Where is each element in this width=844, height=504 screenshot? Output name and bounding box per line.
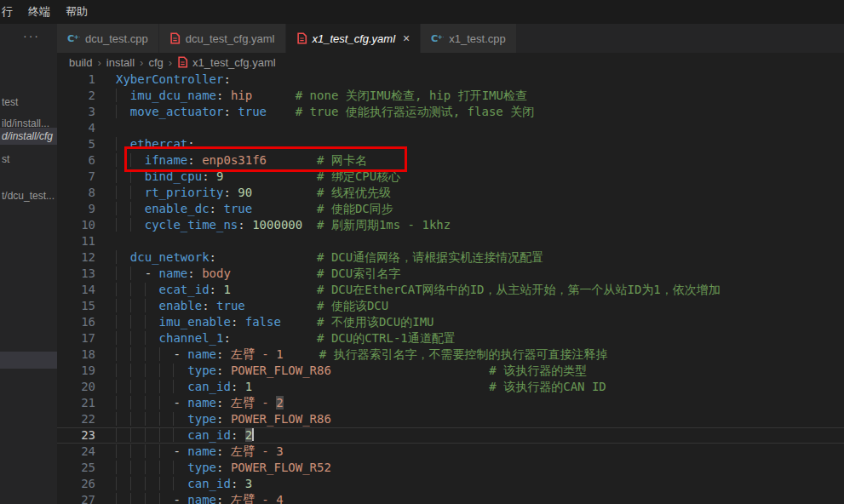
code-line[interactable]: 6 ifname: enp0s31f6 # 网卡名 — [57, 152, 844, 169]
sidebar: ··· testild/install...d/install/cfgstt/d… — [0, 24, 57, 504]
code-line[interactable]: 7 bind_cpu: 9 # 绑定CPU核心 — [57, 169, 844, 185]
indent-guide — [159, 444, 174, 458]
code-line[interactable]: 18 - name: 左臂 - 1 # 执行器索引名字，不需要控制的执行器可直接… — [57, 346, 844, 363]
more-actions-icon[interactable]: ··· — [23, 29, 40, 43]
line-number: 25 — [57, 460, 95, 476]
indent-guide — [130, 202, 145, 215]
yaml-file-icon — [169, 32, 181, 44]
text-cursor — [252, 428, 254, 441]
code-line[interactable]: 1XyberController: — [57, 72, 844, 88]
indent-guide — [145, 412, 159, 426]
menu-item[interactable]: 行 — [0, 4, 20, 20]
tab-dcu_test_cfg.yaml[interactable]: dcu_test_cfg.yaml — [159, 24, 286, 53]
line-number: 2 — [57, 88, 95, 104]
line-number: 27 — [57, 492, 95, 504]
sidebar-row[interactable]: st — [0, 151, 57, 168]
code-line[interactable]: 27 - name: 左臂 - 4 — [57, 492, 844, 504]
yaml-file-icon — [177, 56, 188, 68]
indent-guide — [145, 380, 159, 393]
code-line[interactable]: 3 move_actuator: true # true 使能执行器运动测试, … — [57, 104, 844, 120]
indent-guide — [130, 299, 145, 312]
code-line[interactable]: 19 type: POWER_FLOW_R86 # 该执行器的类型 — [57, 363, 844, 379]
line-number: 23 — [57, 427, 95, 444]
menu-item[interactable]: 终端 — [20, 4, 58, 20]
tab-dcu_test.cpp[interactable]: C++dcu_test.cpp — [57, 24, 159, 53]
indent-guide — [116, 283, 130, 296]
indent-guide — [130, 283, 145, 296]
breadcrumb-item[interactable]: cfg — [148, 56, 163, 69]
line-number: 3 — [57, 104, 95, 120]
indent-guide — [159, 428, 174, 442]
code-line[interactable]: 4 — [57, 120, 844, 136]
code-line[interactable]: 24 - name: 左臂 - 3 — [57, 444, 844, 460]
code-line[interactable]: 11 — [57, 233, 844, 249]
code-line[interactable]: 15 enable: true # 使能该DCU — [57, 298, 844, 314]
code-line[interactable]: 9 enable_dc: true # 使能DC同步 — [57, 201, 844, 217]
code-line[interactable]: 16 imu_enable: false # 不使用该DCU的IMU — [57, 314, 844, 330]
indent-guide — [130, 169, 145, 183]
code-line[interactable]: 17 channel_1: # DCU的CTRL-1通道配置 — [57, 330, 844, 346]
tab-x1_test_cfg.yaml[interactable]: x1_test_cfg.yaml× — [286, 24, 422, 53]
indent-guide — [116, 202, 130, 215]
indent-guide — [116, 153, 130, 167]
indent-guide — [116, 380, 130, 393]
code-line[interactable]: 21 - name: 左臂 - 2 — [57, 395, 844, 411]
code-line[interactable]: 26 can_id: 3 — [57, 476, 844, 492]
indent-guide — [145, 283, 159, 296]
code-line[interactable]: 23 can_id: 2 — [57, 427, 844, 444]
tab-x1_test.cpp[interactable]: C++x1_test.cpp — [421, 24, 517, 53]
indent-guide — [145, 444, 159, 458]
tab-label: x1_test_cfg.yaml — [313, 32, 396, 45]
code-line[interactable]: 20 can_id: 1 # 该执行器的CAN ID — [57, 379, 844, 395]
indent-guide — [130, 477, 145, 490]
indent-guide — [130, 347, 145, 361]
indent-guide — [130, 218, 145, 232]
code-line[interactable]: 8 rt_priority: 90 # 线程优先级 — [57, 185, 844, 201]
indent-guide — [159, 380, 174, 393]
code-line[interactable]: 25 type: POWER_FLOW_R52 — [57, 460, 844, 476]
sidebar-row[interactable]: d/install/cfg — [0, 128, 57, 145]
indent-guide — [145, 428, 159, 442]
breadcrumb-item[interactable]: install — [106, 56, 135, 69]
menu-item[interactable]: 帮助 — [58, 4, 95, 20]
indent-guide — [116, 218, 130, 232]
code-line[interactable]: 10 cycle_time_ns: 1000000 # 刷新周期1ms - 1k… — [57, 217, 844, 233]
yaml-file-icon — [296, 32, 307, 44]
editor-code-area[interactable]: 1XyberController:2 imu_dcu_name: hip # n… — [57, 72, 844, 504]
tab-label: x1_test.cpp — [449, 32, 506, 45]
line-number: 16 — [57, 314, 95, 330]
cpp-file-icon: C++ — [431, 32, 444, 45]
sidebar-row[interactable] — [0, 352, 57, 369]
code-line[interactable]: 12 dcu_network: # DCU通信网络，请根据实机连接情况配置 — [57, 249, 844, 266]
line-number: 4 — [57, 120, 95, 136]
code-line[interactable]: 13 - name: body # DCU索引名字 — [57, 266, 844, 282]
code-line[interactable]: 2 imu_dcu_name: hip # none 关闭IMU检查, hip … — [57, 88, 844, 104]
line-number: 26 — [57, 476, 95, 492]
tab-label: dcu_test_cfg.yaml — [186, 32, 275, 45]
chevron-right-icon: › — [169, 56, 172, 69]
code-line[interactable]: 22 type: POWER_FLOW_R86 — [57, 411, 844, 427]
indent-guide — [116, 428, 130, 442]
tab-bar: C++dcu_test.cppdcu_test_cfg.yamlx1_test_… — [57, 24, 844, 53]
indent-guide — [130, 364, 145, 377]
indent-guide — [116, 186, 130, 199]
indent-guide — [145, 315, 159, 329]
indent-guide — [159, 493, 174, 504]
sidebar-row[interactable]: t/dcu_test... — [0, 187, 57, 204]
indent-guide — [159, 347, 174, 361]
indent-guide — [130, 444, 145, 458]
breadcrumb-file[interactable]: x1_test_cfg.yaml — [192, 56, 276, 69]
indent-guide — [130, 493, 145, 504]
indent-guide — [130, 428, 145, 442]
sidebar-row[interactable]: test — [0, 94, 57, 111]
breadcrumb-item[interactable]: build — [69, 56, 92, 69]
indent-guide — [130, 412, 145, 426]
svg-text:++: ++ — [74, 33, 81, 41]
code-line[interactable]: 14 ecat_id: 1 # DCU在EtherCAT网络中的ID，从主站开始… — [57, 282, 844, 298]
code-line[interactable]: 5 ethercat: — [57, 136, 844, 152]
line-number: 7 — [57, 169, 95, 185]
line-number: 14 — [57, 282, 95, 298]
indent-guide — [145, 331, 159, 345]
line-number: 21 — [57, 395, 95, 411]
close-icon[interactable]: × — [403, 32, 410, 45]
